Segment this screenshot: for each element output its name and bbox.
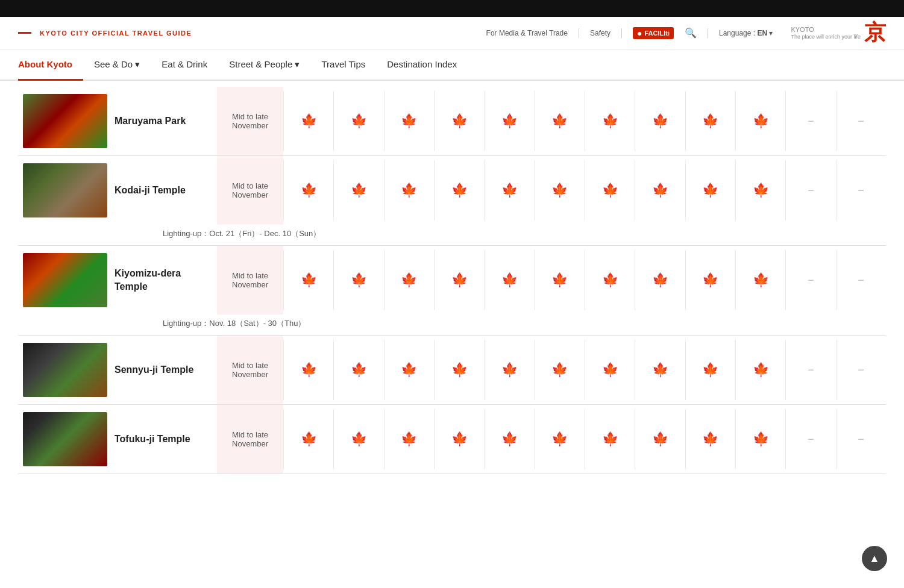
leaf-cell-4-8: 🍁 bbox=[685, 409, 735, 469]
sec-nav-item-2[interactable]: Eat & Drink bbox=[151, 49, 218, 81]
table-row: Maruyama ParkMid to late November🍁🍁🍁🍁🍁🍁🍁… bbox=[18, 87, 886, 156]
leaf-cell-1-3: 🍁 bbox=[434, 160, 484, 220]
lighting-info-1: Lighting-up：Oct. 21（Fri）- Dec. 10（Sun） bbox=[18, 225, 886, 245]
leaf-cell-3-7: 🍁 bbox=[635, 340, 685, 400]
sec-nav-item-4[interactable]: Travel Tips bbox=[310, 49, 376, 81]
leaf-row-1: 🍁🍁🍁🍁🍁🍁🍁🍁🍁🍁−− bbox=[283, 160, 886, 220]
media-trade-link[interactable]: For Media & Travel Trade bbox=[486, 29, 568, 37]
leaf-cell-1-7: 🍁 bbox=[635, 160, 685, 220]
leaf-cell-0-4: 🍁 bbox=[484, 91, 534, 151]
table-container: Maruyama ParkMid to late November🍁🍁🍁🍁🍁🍁🍁… bbox=[0, 81, 904, 480]
table-row: Tofuku-ji TempleMid to late November🍁🍁🍁🍁… bbox=[18, 405, 886, 474]
nav-divider-1 bbox=[579, 28, 579, 38]
leaf-cell-4-2: 🍁 bbox=[384, 409, 434, 469]
location-name-0: Maruyama Park bbox=[108, 114, 217, 128]
lighting-info-2: Lighting-up：Nov. 18（Sat）- 30（Thu） bbox=[18, 314, 886, 335]
sec-nav-item-1[interactable]: See & Do ▾ bbox=[83, 49, 151, 81]
leaf-cell-0-1: 🍁 bbox=[333, 91, 383, 151]
leaf-cell-0-5: 🍁 bbox=[535, 91, 585, 151]
leaf-cell-3-6: 🍁 bbox=[585, 340, 635, 400]
leaf-cell-0-8: 🍁 bbox=[685, 91, 735, 151]
location-image-0 bbox=[18, 87, 108, 155]
table-row: Sennyu-ji TempleMid to late November🍁🍁🍁🍁… bbox=[18, 336, 886, 405]
leaf-cell-2-4: 🍁 bbox=[484, 250, 534, 310]
search-icon[interactable]: 🔍 bbox=[685, 27, 697, 39]
leaf-cell-0-2: 🍁 bbox=[384, 91, 434, 151]
leaf-cell-3-5: 🍁 bbox=[535, 340, 585, 400]
sec-nav-item-3[interactable]: Street & People ▾ bbox=[218, 49, 310, 81]
leaf-cell-2-7: 🍁 bbox=[635, 250, 685, 310]
leaf-cell-2-8: 🍁 bbox=[685, 250, 735, 310]
leaf-cell-1-6: 🍁 bbox=[585, 160, 635, 220]
leaf-cell-3-10: − bbox=[785, 340, 835, 400]
peak-period-4: Mid to late November bbox=[217, 405, 283, 474]
leaf-cell-4-4: 🍁 bbox=[484, 409, 534, 469]
leaf-cell-2-0: 🍁 bbox=[283, 250, 333, 310]
location-image-3 bbox=[18, 336, 108, 404]
location-name-2: Kiyomizu-dera Temple bbox=[108, 267, 217, 294]
leaf-cell-1-5: 🍁 bbox=[535, 160, 585, 220]
leaf-cell-3-0: 🍁 bbox=[283, 340, 333, 400]
leaf-cell-0-7: 🍁 bbox=[635, 91, 685, 151]
leaf-cell-4-1: 🍁 bbox=[333, 409, 383, 469]
language-selector[interactable]: Language : EN ▾ bbox=[719, 29, 773, 37]
leaf-cell-3-2: 🍁 bbox=[384, 340, 434, 400]
top-bar bbox=[0, 0, 904, 17]
brand: KYOTO CITY OFFICIAL TRAVEL GUIDE bbox=[18, 30, 192, 37]
leaf-cell-4-10: − bbox=[785, 409, 835, 469]
location-name-1: Kodai-ji Temple bbox=[108, 184, 217, 197]
leaf-cell-0-0: 🍁 bbox=[283, 91, 333, 151]
brand-line bbox=[18, 32, 31, 34]
leaf-cell-1-1: 🍁 bbox=[333, 160, 383, 220]
leaf-cell-1-11: − bbox=[836, 160, 886, 220]
faciliti-badge[interactable]: ● FACILIti bbox=[633, 27, 674, 39]
location-image-4 bbox=[18, 405, 108, 474]
leaf-cell-1-8: 🍁 bbox=[685, 160, 735, 220]
peak-period-3: Mid to late November bbox=[217, 336, 283, 404]
leaf-cell-2-3: 🍁 bbox=[434, 250, 484, 310]
peak-period-1: Mid to late November bbox=[217, 156, 283, 225]
brand-text: KYOTO CITY OFFICIAL TRAVEL GUIDE bbox=[40, 30, 192, 37]
kyoto-logo: KYOTO The place will enrich your life 京 bbox=[791, 18, 886, 48]
location-image-1 bbox=[18, 156, 108, 225]
peak-period-0: Mid to late November bbox=[217, 87, 283, 155]
leaf-cell-0-3: 🍁 bbox=[434, 91, 484, 151]
leaf-cell-4-3: 🍁 bbox=[434, 409, 484, 469]
sec-nav-item-5[interactable]: Destination Index bbox=[376, 49, 468, 81]
safety-link[interactable]: Safety bbox=[590, 29, 611, 37]
location-image-2 bbox=[18, 246, 108, 314]
leaf-cell-3-8: 🍁 bbox=[685, 340, 735, 400]
secondary-nav: About KyotoSee & Do ▾Eat & DrinkStreet &… bbox=[0, 49, 904, 81]
nav-bar: KYOTO CITY OFFICIAL TRAVEL GUIDE For Med… bbox=[0, 17, 904, 49]
leaf-row-0: 🍁🍁🍁🍁🍁🍁🍁🍁🍁🍁−− bbox=[283, 91, 886, 151]
leaf-row-4: 🍁🍁🍁🍁🍁🍁🍁🍁🍁🍁−− bbox=[283, 409, 886, 469]
nav-divider-2 bbox=[621, 28, 622, 38]
location-name-3: Sennyu-ji Temple bbox=[108, 363, 217, 377]
leaf-cell-1-0: 🍁 bbox=[283, 160, 333, 220]
leaf-cell-1-10: − bbox=[785, 160, 835, 220]
leaf-row-2: 🍁🍁🍁🍁🍁🍁🍁🍁🍁🍁−− bbox=[283, 250, 886, 310]
kyoto-word: KYOTO bbox=[791, 26, 861, 34]
nav-right: For Media & Travel Trade Safety ● FACILI… bbox=[486, 27, 773, 39]
sec-nav-item-0[interactable]: About Kyoto bbox=[18, 49, 83, 81]
leaf-cell-4-7: 🍁 bbox=[635, 409, 685, 469]
leaf-cell-0-10: − bbox=[785, 91, 835, 151]
leaf-cell-3-9: 🍁 bbox=[735, 340, 785, 400]
leaf-cell-2-11: − bbox=[836, 250, 886, 310]
leaf-cell-2-9: 🍁 bbox=[735, 250, 785, 310]
leaf-cell-2-10: − bbox=[785, 250, 835, 310]
table-row: Kodai-ji TempleMid to late November🍁🍁🍁🍁🍁… bbox=[18, 156, 886, 246]
nav-divider-3 bbox=[708, 28, 708, 38]
leaf-cell-0-9: 🍁 bbox=[735, 91, 785, 151]
table-row: Kiyomizu-dera TempleMid to late November… bbox=[18, 246, 886, 336]
leaf-cell-3-4: 🍁 bbox=[484, 340, 534, 400]
leaf-cell-3-1: 🍁 bbox=[333, 340, 383, 400]
leaf-row-3: 🍁🍁🍁🍁🍁🍁🍁🍁🍁🍁−− bbox=[283, 340, 886, 400]
leaf-cell-1-4: 🍁 bbox=[484, 160, 534, 220]
kyoto-subtitle: The place will enrich your life bbox=[791, 34, 861, 40]
leaf-cell-2-5: 🍁 bbox=[535, 250, 585, 310]
kyoto-kanji: 京 bbox=[864, 18, 886, 48]
leaf-cell-0-6: 🍁 bbox=[585, 91, 635, 151]
leaf-cell-1-2: 🍁 bbox=[384, 160, 434, 220]
leaf-cell-4-9: 🍁 bbox=[735, 409, 785, 469]
